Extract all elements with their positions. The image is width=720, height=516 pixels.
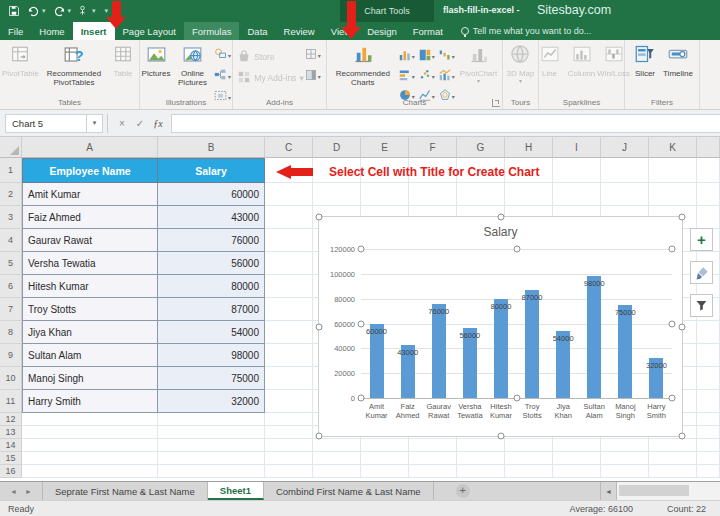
cell[interactable]	[649, 452, 697, 465]
cell[interactable]	[313, 452, 361, 465]
formula-input[interactable]	[171, 114, 720, 133]
chart-selection-handle[interactable]	[316, 323, 323, 330]
tab-review[interactable]: Review	[276, 22, 323, 40]
cell[interactable]	[265, 465, 313, 478]
row-header-14[interactable]: 14	[0, 439, 22, 452]
redo-button[interactable]: ▾	[53, 5, 72, 18]
cell[interactable]	[697, 206, 720, 229]
my-add-ins-button[interactable]: My Add-ins ▾	[237, 70, 303, 86]
column-header-k[interactable]: K	[649, 137, 697, 158]
save-icon[interactable]	[8, 5, 20, 17]
cell[interactable]	[697, 413, 720, 426]
cell[interactable]: 56000	[158, 252, 265, 275]
undo-dropdown-icon[interactable]: ▾	[42, 7, 46, 15]
cell[interactable]	[409, 439, 457, 452]
chart-selection-handle[interactable]	[679, 323, 686, 330]
shapes-button[interactable]: ▾	[214, 46, 231, 64]
enter-button[interactable]: ✓	[131, 118, 149, 129]
cell[interactable]	[265, 367, 313, 390]
column-header-h[interactable]: H	[505, 137, 553, 158]
column-header-i[interactable]: I	[553, 137, 601, 158]
cancel-button[interactable]: ×	[113, 118, 131, 129]
recommended-charts-button[interactable]: Recommended Charts	[330, 43, 396, 88]
cell[interactable]	[649, 183, 697, 206]
cell[interactable]	[505, 439, 553, 452]
cell[interactable]: 43000	[158, 206, 265, 229]
cell[interactable]	[601, 439, 649, 452]
bar-gaurav-rawat[interactable]	[432, 304, 446, 398]
row-header-5[interactable]: 5	[0, 252, 22, 275]
cell[interactable]: Hitesh Kumar	[22, 275, 158, 298]
touch-mode-button[interactable]: ▾	[78, 5, 96, 17]
cell[interactable]	[697, 426, 720, 439]
hscroll-left-icon[interactable]: ◄	[600, 482, 616, 500]
chart-selection-handle[interactable]	[497, 433, 504, 440]
cell[interactable]	[265, 321, 313, 344]
column-header-a[interactable]: A	[22, 137, 158, 158]
tab-formulas[interactable]: Formulas	[184, 22, 240, 40]
cell[interactable]	[265, 344, 313, 367]
cell[interactable]	[457, 465, 505, 478]
row-header-15[interactable]: 15	[0, 452, 22, 465]
cell[interactable]	[553, 439, 601, 452]
hierarchy-chart-button[interactable]: ▾	[419, 47, 435, 65]
row-header-13[interactable]: 13	[0, 426, 22, 439]
cell[interactable]	[601, 465, 649, 478]
cell[interactable]	[601, 452, 649, 465]
tab-design[interactable]: Design	[359, 22, 405, 40]
cell[interactable]: 80000	[158, 275, 265, 298]
cell[interactable]	[265, 229, 313, 252]
chart-selection-handle[interactable]	[316, 433, 323, 440]
cell[interactable]	[601, 183, 649, 206]
cell[interactable]	[158, 439, 265, 452]
cell[interactable]	[505, 183, 553, 206]
pivotchart-button[interactable]: PivotChart▾	[458, 43, 499, 85]
bar-sultan-alam[interactable]	[587, 276, 601, 398]
combo-chart-button[interactable]: ▾	[439, 67, 455, 85]
cell[interactable]	[265, 298, 313, 321]
cell[interactable]	[265, 390, 313, 413]
sheet-nav-next-icon[interactable]: ►	[25, 488, 32, 495]
tell-me-box[interactable]: Tell me what you want to do...	[461, 22, 592, 40]
store-button[interactable]: Store	[237, 49, 303, 65]
cell[interactable]	[697, 158, 720, 183]
addin-panel-button[interactable]: ▾	[305, 67, 321, 85]
chart-selection-handle[interactable]	[679, 214, 686, 221]
cell[interactable]	[158, 452, 265, 465]
online-pictures-button[interactable]: Online Pictures	[172, 43, 213, 88]
slicer-button[interactable]: Slicer	[629, 43, 661, 79]
select-all-button[interactable]	[0, 137, 22, 158]
cell[interactable]	[265, 452, 313, 465]
cell[interactable]: 98000	[158, 344, 265, 367]
cell[interactable]	[409, 465, 457, 478]
waterfall-chart-button[interactable]: ▾	[439, 47, 455, 65]
chart-selection-handle[interactable]	[316, 214, 323, 221]
row-header-10[interactable]: 10	[0, 367, 22, 390]
tab-file[interactable]: File	[0, 22, 31, 40]
cell[interactable]	[361, 439, 409, 452]
plot-selection-handle[interactable]	[358, 320, 365, 327]
row-header-8[interactable]: 8	[0, 321, 22, 344]
cell[interactable]	[697, 183, 720, 206]
cell[interactable]	[313, 465, 361, 478]
cell[interactable]: Amit Kumar	[22, 183, 158, 206]
cell[interactable]	[649, 439, 697, 452]
cell[interactable]: Sultan Alam	[22, 344, 158, 367]
table-button[interactable]: Table	[107, 43, 139, 79]
cell[interactable]	[361, 183, 409, 206]
row-header-16[interactable]: 16	[0, 465, 22, 478]
row-header-3[interactable]: 3	[0, 206, 22, 229]
cell[interactable]	[265, 439, 313, 452]
plot-selection-handle[interactable]	[669, 246, 676, 253]
bar-hitesh-kumar[interactable]	[494, 299, 508, 398]
cell[interactable]	[158, 426, 265, 439]
column-header-f[interactable]: F	[409, 137, 457, 158]
insert-function-button[interactable]: ƒx	[149, 118, 167, 129]
row-header-11[interactable]: 11	[0, 390, 22, 413]
cell[interactable]	[601, 158, 649, 183]
cell[interactable]	[553, 452, 601, 465]
cell[interactable]	[553, 465, 601, 478]
sheet-tab-seprate-first-name-last-name[interactable]: Seprate First Name & Last Name	[42, 482, 208, 500]
row-header-4[interactable]: 4	[0, 229, 22, 252]
cell[interactable]	[649, 158, 697, 183]
